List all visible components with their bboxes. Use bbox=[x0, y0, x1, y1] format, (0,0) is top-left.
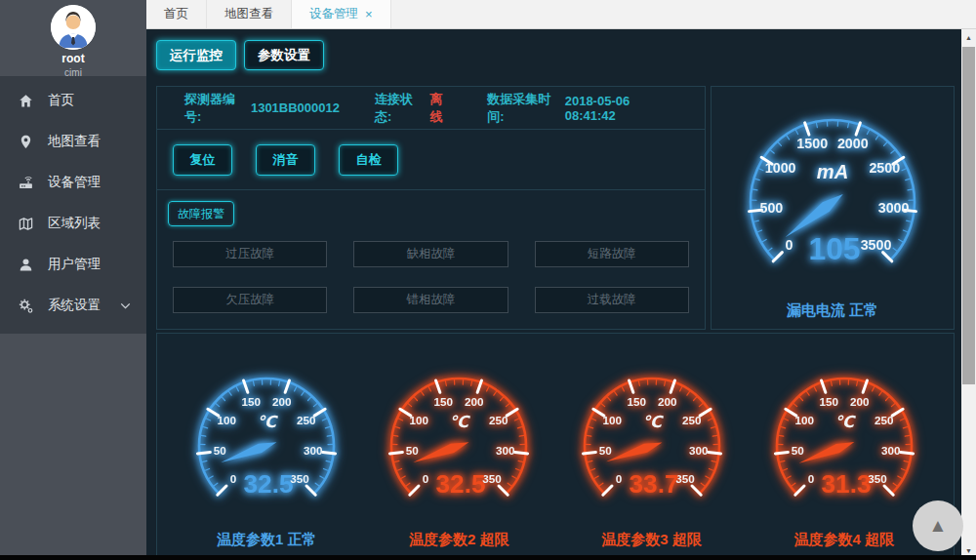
svg-text:33.7: 33.7 bbox=[629, 469, 678, 499]
svg-text:300: 300 bbox=[304, 444, 323, 457]
collect-time-label: 数据采集时间: bbox=[487, 91, 557, 126]
fault-undervoltage: 欠压故障 bbox=[173, 287, 327, 313]
temperature-gauge-4: 050100150200250300350℃31.3 bbox=[761, 359, 927, 529]
sidebar-item-device-management[interactable]: 设备管理 bbox=[0, 162, 146, 203]
temperature-status-3: 温度参数3 超限 bbox=[601, 531, 702, 549]
control-buttons-row: 复位 消音 自检 bbox=[157, 130, 705, 190]
sidebar-item-label: 系统设置 bbox=[48, 297, 101, 314]
tab-map-view[interactable]: 地图查看 bbox=[207, 0, 292, 28]
scrollbar-thumb[interactable] bbox=[962, 47, 975, 384]
svg-text:31.3: 31.3 bbox=[821, 469, 871, 499]
collect-time-value: 2018-05-06 08:41:42 bbox=[565, 94, 670, 123]
self-check-button[interactable]: 自检 bbox=[339, 144, 398, 176]
svg-text:150: 150 bbox=[627, 395, 646, 408]
temperature-status-1: 温度参数1 正常 bbox=[217, 531, 317, 549]
leak-current-gauge: 0500100015002000250030003500mA105 bbox=[735, 100, 930, 300]
svg-text:100: 100 bbox=[218, 414, 237, 426]
vertical-scrollbar[interactable]: ▲ ▼ bbox=[961, 29, 976, 560]
sidebar-item-user-management[interactable]: 用户管理 bbox=[0, 244, 146, 285]
sidebar-item-map-view[interactable]: 地图查看 bbox=[0, 121, 146, 162]
connection-status-value: 离线 bbox=[430, 91, 453, 126]
temperature-gauge-cell: 050100150200250300350℃32.5 温度参数2 超限 bbox=[376, 359, 542, 560]
svg-text:300: 300 bbox=[881, 444, 901, 457]
svg-text:℃: ℃ bbox=[642, 413, 664, 431]
svg-text:50: 50 bbox=[214, 444, 227, 457]
scroll-to-top-button[interactable]: ▲ bbox=[913, 500, 963, 551]
tab-label: 设备管理 bbox=[309, 6, 358, 22]
fault-alarm-button[interactable]: 故障报警 bbox=[168, 201, 234, 226]
svg-text:0: 0 bbox=[230, 472, 237, 485]
svg-text:℃: ℃ bbox=[449, 413, 470, 431]
temperature-panel: 050100150200250300350℃32.5 温度参数1 正常 0501… bbox=[156, 333, 955, 560]
temperature-gauge-3: 050100150200250300350℃33.7 bbox=[569, 359, 735, 529]
svg-text:150: 150 bbox=[434, 395, 454, 408]
content-area: 运行监控 参数设置 探测器编号: 1301BB000012 连接状态: 离线 数… bbox=[146, 29, 976, 560]
svg-text:50: 50 bbox=[406, 444, 420, 457]
svg-text:0: 0 bbox=[785, 237, 793, 253]
svg-text:200: 200 bbox=[272, 395, 292, 408]
home-icon bbox=[18, 93, 34, 109]
app-window: root cimi 首页 地图查看 bbox=[0, 0, 976, 560]
svg-text:200: 200 bbox=[850, 395, 870, 408]
sidebar-item-home[interactable]: 首页 bbox=[0, 80, 146, 121]
avatar[interactable] bbox=[51, 5, 96, 50]
sidebar-item-region-list[interactable]: 区域列表 bbox=[0, 203, 146, 244]
svg-text:250: 250 bbox=[874, 414, 894, 426]
svg-text:2500: 2500 bbox=[869, 160, 900, 176]
svg-text:3000: 3000 bbox=[878, 200, 910, 216]
user-icon bbox=[18, 257, 34, 273]
svg-text:250: 250 bbox=[489, 414, 508, 426]
chevron-down-icon[interactable] bbox=[117, 298, 134, 314]
svg-text:300: 300 bbox=[496, 444, 515, 457]
connection-status-label: 连接状态: bbox=[375, 91, 424, 126]
user-name: root bbox=[0, 53, 146, 65]
reset-button[interactable]: 复位 bbox=[173, 144, 232, 176]
svg-text:105: 105 bbox=[808, 231, 860, 266]
svg-text:100: 100 bbox=[794, 414, 814, 426]
fault-overload: 过载故障 bbox=[535, 287, 689, 313]
close-icon[interactable]: × bbox=[365, 8, 373, 20]
temperature-gauge-cell: 050100150200250300350℃31.3 温度参数4 超限 bbox=[761, 359, 927, 560]
scrollbar-up-icon[interactable]: ▲ bbox=[961, 31, 976, 45]
user-panel: root cimi bbox=[0, 0, 146, 76]
fault-indicator-grid: 过压故障 缺相故障 短路故障 欠压故障 错相故障 过载故障 bbox=[173, 241, 689, 313]
sidebar-item-label: 用户管理 bbox=[48, 256, 101, 273]
run-monitor-button[interactable]: 运行监控 bbox=[156, 40, 236, 70]
sidebar-menu: 首页 地图查看 设备管理 bbox=[0, 76, 146, 334]
temperature-status-4: 温度参数4 超限 bbox=[793, 531, 894, 549]
svg-text:150: 150 bbox=[819, 395, 838, 408]
svg-text:0: 0 bbox=[615, 472, 622, 485]
gear-icon bbox=[18, 298, 34, 314]
view-toolbar: 运行监控 参数设置 bbox=[156, 40, 324, 70]
svg-text:100: 100 bbox=[410, 414, 429, 426]
sidebar-item-system-settings[interactable]: 系统设置 bbox=[0, 285, 146, 326]
leak-current-status: 漏电电流 正常 bbox=[787, 301, 878, 320]
temperature-gauge-cell: 050100150200250300350℃33.7 温度参数3 超限 bbox=[569, 359, 735, 560]
sidebar-filler bbox=[0, 334, 146, 560]
sidebar-item-label: 设备管理 bbox=[48, 174, 101, 191]
tab-device-management[interactable]: 设备管理 × bbox=[292, 0, 391, 28]
map-pin-icon bbox=[18, 134, 34, 150]
param-settings-button[interactable]: 参数设置 bbox=[244, 40, 324, 70]
device-icon bbox=[18, 175, 34, 191]
svg-text:2000: 2000 bbox=[837, 136, 869, 151]
device-info-row: 探测器编号: 1301BB000012 连接状态: 离线 数据采集时间: 201… bbox=[157, 87, 705, 130]
tab-home[interactable]: 首页 bbox=[146, 0, 207, 28]
detector-id-value: 1301BB000012 bbox=[251, 100, 340, 115]
svg-text:0: 0 bbox=[808, 472, 815, 485]
sidebar-item-label: 地图查看 bbox=[48, 133, 101, 150]
temperature-gauge-2: 050100150200250300350℃32.5 bbox=[376, 359, 542, 529]
svg-text:50: 50 bbox=[598, 444, 612, 457]
tab-label: 地图查看 bbox=[224, 6, 273, 22]
svg-text:0: 0 bbox=[423, 472, 429, 485]
svg-text:3500: 3500 bbox=[861, 237, 892, 253]
svg-text:1500: 1500 bbox=[796, 136, 828, 151]
main-area: 首页 地图查看 设备管理 × 运行监控 参数设置 探测器编号: 1301BB00… bbox=[146, 0, 976, 560]
mute-button[interactable]: 消音 bbox=[256, 144, 315, 176]
svg-text:1000: 1000 bbox=[765, 160, 796, 176]
bottom-edge-strip bbox=[0, 555, 976, 560]
svg-text:200: 200 bbox=[465, 395, 484, 408]
svg-text:℃: ℃ bbox=[257, 413, 278, 431]
tab-label: 首页 bbox=[164, 6, 188, 22]
scroll-top-arrow-icon: ▲ bbox=[929, 515, 948, 537]
